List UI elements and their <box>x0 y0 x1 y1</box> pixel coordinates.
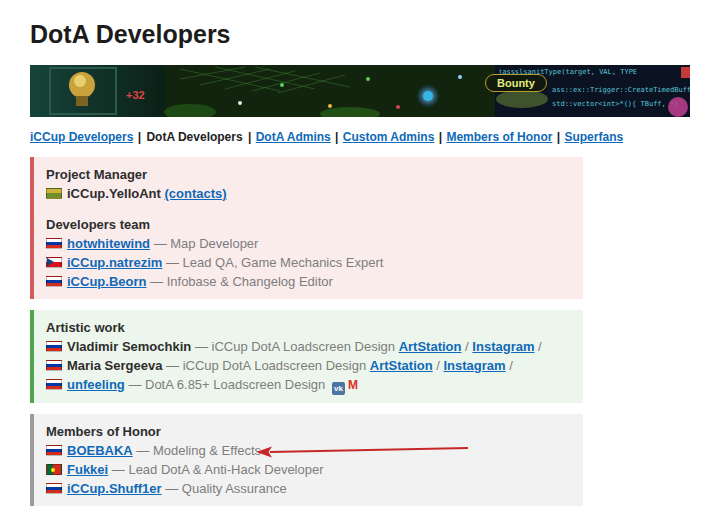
breadcrumb-item-superfans[interactable]: Superfans <box>564 130 623 144</box>
member-row: iCCup.natrezim — Lead QA, Game Mechanics… <box>46 253 571 272</box>
member-row: unfeeling — DotA 6.85+ Loadscreen Design… <box>46 375 571 395</box>
banner-counter: +32 <box>126 89 145 101</box>
row-text: — iCCup DotA Loadscreen Design <box>162 358 369 373</box>
member-row: iCCup.Beorn — Infobase & Changelog Edito… <box>46 272 571 291</box>
ukraine-flag-icon <box>46 188 62 199</box>
row-text: — Lead DotA & Anti-Hack Developer <box>108 462 323 477</box>
annotation-arrow-icon <box>254 444 474 458</box>
member-name: Vladimir Semochkin <box>67 339 191 354</box>
russia-flag-icon <box>46 276 62 287</box>
link-iccup-beorn[interactable]: iCCup.Beorn <box>67 274 146 289</box>
banner-code-line-3: std::vector<int>*(){ TBuff, +} <box>552 100 678 108</box>
russia-flag-icon <box>46 483 62 494</box>
group: Artistic workVladimir Semochkin — iCCup … <box>46 318 571 395</box>
breadcrumb-item-members-of-honor[interactable]: Members of Honor <box>446 130 552 144</box>
group: Project ManageriCCup.YelloAnt (contacts) <box>46 165 571 203</box>
link--contacts-[interactable]: (contacts) <box>165 186 227 201</box>
row-text: — Lead QA, Game Mechanics Expert <box>162 255 383 270</box>
russia-flag-icon <box>46 360 62 371</box>
row-text: — DotA 6.85+ Loadscreen Design <box>125 377 329 392</box>
link-unfeeling[interactable]: unfeeling <box>67 377 125 392</box>
member-row: iCCup.YelloAnt (contacts) <box>46 184 571 203</box>
member-row: Fukkei — Lead DotA & Anti-Hack Developer <box>46 460 571 479</box>
banner-code-line-2: ass::ex::Trigger::CreateTimedBuffP <box>552 86 690 94</box>
row-text: — iCCup DotA Loadscreen Design <box>191 339 398 354</box>
member-row: hotwhitewind — Map Developer <box>46 234 571 253</box>
bounty-badge: Bounty <box>485 74 547 92</box>
page: DotA Developers +32 <box>0 0 720 506</box>
breadcrumb: iCCup Developers | DotA Developers | Dot… <box>30 130 690 144</box>
group-heading: Artistic work <box>46 318 571 337</box>
breadcrumb-separator: | <box>435 130 445 144</box>
link-artstation[interactable]: ArtStation <box>399 339 462 354</box>
russia-flag-icon <box>46 379 62 390</box>
banner-art: +32 jassslsanitType(target, VAL, TYPE as… <box>30 65 690 117</box>
member-row: iCCup.Shuff1er — Quality Assurance <box>46 479 571 498</box>
breadcrumb-item-dota-admins[interactable]: DotA Admins <box>256 130 331 144</box>
link-boebaka[interactable]: BOEBAKA <box>67 443 133 458</box>
link-hotwhitewind[interactable]: hotwhitewind <box>67 236 150 251</box>
gmail-icon[interactable]: M <box>348 378 358 392</box>
row-text: / <box>534 339 541 354</box>
row-text: / <box>433 358 444 373</box>
row-text: — Map Developer <box>150 236 258 251</box>
breadcrumb-item-custom-admins[interactable]: Custom Admins <box>343 130 435 144</box>
row-text: / <box>462 339 473 354</box>
member-row: BOEBAKA — Modeling & Effects <box>46 441 571 460</box>
link-fukkei[interactable]: Fukkei <box>67 462 108 477</box>
breadcrumb-separator: | <box>332 130 342 144</box>
row-text: — Quality Assurance <box>162 481 287 496</box>
member-row: Vladimir Semochkin — iCCup DotA Loadscre… <box>46 337 571 356</box>
member-name: iCCup.YelloAnt <box>67 186 161 201</box>
row-text: — Infobase & Changelog Editor <box>146 274 332 289</box>
banner-image: +32 jassslsanitType(target, VAL, TYPE as… <box>30 65 690 117</box>
sections: Project ManageriCCup.YelloAnt (contacts)… <box>30 157 690 506</box>
member-name: Maria Sergeeva <box>67 358 162 373</box>
link-iccup-shuff1er[interactable]: iCCup.Shuff1er <box>67 481 162 496</box>
link-artstation[interactable]: ArtStation <box>370 358 433 373</box>
row-text: / <box>506 358 513 373</box>
breadcrumb-item-iccup-developers[interactable]: iCCup Developers <box>30 130 133 144</box>
group-heading: Members of Honor <box>46 422 571 441</box>
section-project-manager: Project ManageriCCup.YelloAnt (contacts)… <box>30 157 583 299</box>
group-heading: Developers team <box>46 215 571 234</box>
russia-flag-icon <box>46 238 62 249</box>
breadcrumb-separator: | <box>245 130 255 144</box>
member-row: Maria Sergeeva — iCCup DotA Loadscreen D… <box>46 356 571 375</box>
link-instagram[interactable]: Instagram <box>472 339 534 354</box>
page-title: DotA Developers <box>30 20 690 49</box>
portugal-flag-icon <box>46 464 62 475</box>
breadcrumb-item-dota-developers: DotA Developers <box>146 130 242 144</box>
group: Developers teamhotwhitewind — Map Develo… <box>46 215 571 291</box>
group-heading: Project Manager <box>46 165 571 184</box>
russia-flag-icon <box>46 341 62 352</box>
link-iccup-natrezim[interactable]: iCCup.natrezim <box>67 255 162 270</box>
row-text: — Modeling & Effects <box>133 443 261 458</box>
breadcrumb-separator: | <box>134 130 144 144</box>
group: Members of HonorBOEBAKA — Modeling & Eff… <box>46 422 571 498</box>
russia-flag-icon <box>46 445 62 456</box>
czech-flag-icon <box>46 257 62 268</box>
section-members-of-honor: Members of HonorBOEBAKA — Modeling & Eff… <box>30 414 583 506</box>
link-instagram[interactable]: Instagram <box>443 358 505 373</box>
section-artistic-work: Artistic workVladimir Semochkin — iCCup … <box>30 310 583 403</box>
breadcrumb-separator: | <box>553 130 563 144</box>
vk-icon[interactable]: vk <box>332 382 345 395</box>
